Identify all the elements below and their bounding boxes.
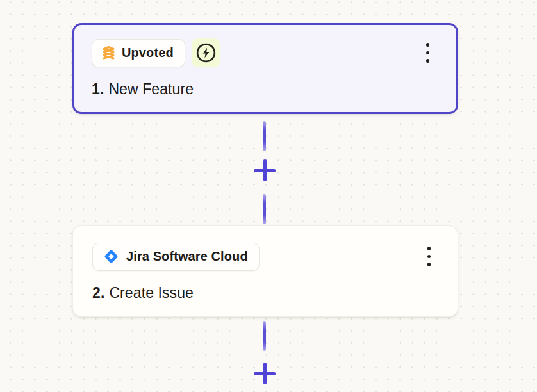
jira-icon <box>103 248 120 265</box>
step-1-number: 1. <box>92 81 104 97</box>
step-2-action-label: Create Issue <box>109 284 194 301</box>
add-step-button[interactable] <box>254 363 276 384</box>
step-2-title: 2.Create Issue <box>92 284 438 302</box>
step-2-kebab-menu-button[interactable] <box>424 244 435 269</box>
trigger-chip <box>192 38 220 67</box>
add-step-button[interactable] <box>254 159 276 181</box>
connector-line <box>263 321 266 351</box>
app-badge-upvoted: Upvoted <box>92 39 185 67</box>
step-1-header: Upvoted <box>92 38 437 67</box>
connector-line <box>263 121 266 151</box>
connector-line <box>263 194 266 224</box>
step-2-number: 2. <box>92 284 104 301</box>
step-1-title: 1.New Feature <box>92 81 437 98</box>
step-2-header: Jira Software Cloud <box>92 242 438 271</box>
workflow-step-card-2[interactable]: Jira Software Cloud 2.Create Issue <box>72 225 458 317</box>
app-badge-label: Upvoted <box>122 45 174 60</box>
workflow-step-card-1[interactable]: Upvoted 1.New Feature <box>72 23 458 114</box>
workflow-canvas: Upvoted 1.New Feature <box>0 0 537 392</box>
trigger-lightning-icon <box>196 43 216 63</box>
step-1-action-label: New Feature <box>108 81 194 97</box>
upvoted-layers-icon <box>102 45 115 61</box>
app-badge-jira: Jira Software Cloud <box>92 243 260 271</box>
step-1-kebab-menu-button[interactable] <box>422 40 434 65</box>
app-badge-label: Jira Software Cloud <box>126 249 248 264</box>
